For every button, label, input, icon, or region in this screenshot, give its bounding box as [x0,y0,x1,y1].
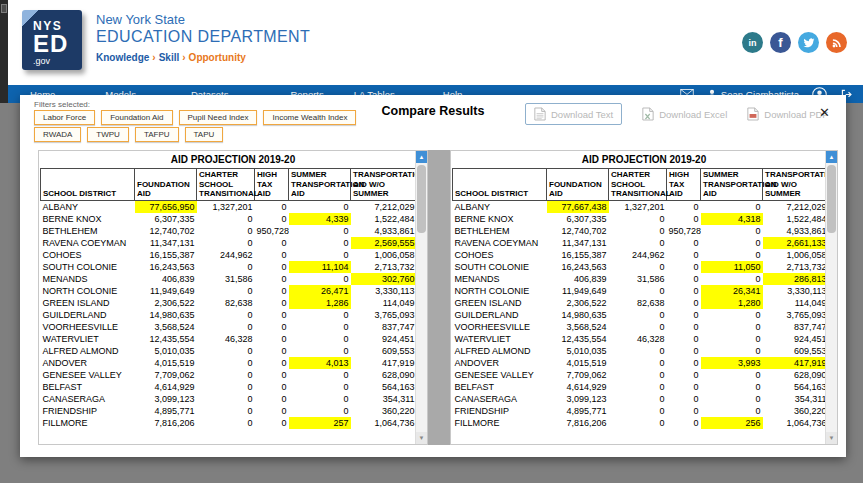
district-cell: BERNE KNOX [453,213,547,225]
value-cell: 354,311 [351,393,417,405]
column-header: CHARTERSCHOOLTRANSITIONAL [197,169,255,201]
district-cell: GUILDERLAND [41,309,135,321]
table-row: ALFRED ALMOND5,010,035000609,553 [453,345,829,357]
value-cell: 1,280 [701,297,763,309]
pdf-file-icon [747,107,759,121]
value-cell: 257 [289,417,351,429]
download-pdf-button[interactable]: Download PDF [747,107,828,121]
value-cell: 4,015,519 [547,357,609,369]
download-excel-button[interactable]: Download Excel [642,107,727,121]
scroll-down-icon[interactable]: ▼ [826,432,837,444]
rss-icon[interactable] [826,32,847,53]
scroll-up-icon[interactable]: ▲ [826,151,837,163]
column-header: CHARTERSCHOOLTRANSITIONAL [609,169,667,201]
value-cell: 0 [667,213,701,225]
value-cell: 0 [255,333,289,345]
close-icon[interactable]: ✕ [819,106,830,119]
value-cell: 360,220 [763,405,829,417]
table-row: FILLMORE7,816,206002571,064,736 [41,417,417,429]
value-cell: 2,306,522 [547,297,609,309]
linkedin-icon[interactable]: in [742,32,763,53]
scrollbar[interactable]: ▲ ▼ [825,151,837,444]
value-cell: 7,816,206 [547,417,609,429]
org-name-line1: New York State [96,12,310,27]
value-cell: 0 [667,357,701,369]
value-cell: 0 [289,405,351,417]
table-row: ALFRED ALMOND5,010,035000609,553 [41,345,417,357]
table-row: WATERVLIET12,435,55446,32800924,451 [41,333,417,345]
value-cell: 3,993 [701,357,763,369]
table-row: GENESEE VALLEY7,709,062000628,090 [453,369,829,381]
value-cell: 924,451 [763,333,829,345]
district-cell: BETHLEHEM [41,225,135,237]
value-cell: 0 [255,381,289,393]
column-header: FOUNDATIONAID [547,169,609,201]
table-divider [428,150,450,445]
district-cell: FRIENDSHIP [453,405,547,417]
value-cell: 0 [289,345,351,357]
value-cell: 26,341 [701,285,763,297]
value-cell: 0 [255,357,289,369]
value-cell: 0 [197,345,255,357]
district-cell: ANDOVER [41,357,135,369]
value-cell: 4,933,861 [351,225,417,237]
column-header: SUMMERTRANSPORTATIONAID [289,169,351,201]
table-row: VOORHEESVILLE3,568,524000837,747 [41,321,417,333]
value-cell: 0 [197,309,255,321]
scrollbar[interactable]: ▲ ▼ [415,151,427,444]
value-cell: 16,155,387 [547,249,609,261]
filter-chip-twpu[interactable]: TWPU [87,127,129,142]
nysed-logo[interactable]: NYS ED .gov [22,10,82,70]
facebook-letter: f [778,35,782,50]
value-cell: 0 [197,285,255,297]
filter-chip-rwada[interactable]: RWADA [34,127,81,142]
value-cell: 417,919 [763,357,829,369]
download-buttons: Download Text Download Excel Download PD… [525,103,828,125]
compare-results-dialog: Filters selected: Labor Force Foundation… [20,95,846,457]
value-cell: 0 [197,417,255,429]
district-cell: NORTH COLONIE [41,285,135,297]
table-row: ANDOVER4,015,519003,993417,919 [453,357,829,369]
linkedin-letters: in [749,38,757,48]
scrollbar-thumb[interactable] [827,165,836,233]
value-cell: 0 [667,321,701,333]
value-cell: 0 [609,357,667,369]
column-header: TRANSPORTATIONAID W/O SUMMER [351,169,417,201]
value-cell: 1,064,736 [763,417,829,429]
filter-chip-tafpu[interactable]: TAFPU [135,127,179,142]
value-cell: 0 [667,249,701,261]
download-text-button[interactable]: Download Text [525,103,622,125]
twitter-icon[interactable] [798,32,819,53]
value-cell: 46,328 [197,333,255,345]
scroll-down-icon[interactable]: ▼ [416,432,427,444]
value-cell: 564,163 [763,381,829,393]
value-cell: 0 [255,261,289,273]
value-cell: 0 [255,417,289,429]
header-row: SCHOOL DISTRICTFOUNDATIONAIDCHARTERSCHOO… [453,169,829,201]
value-cell: 26,471 [289,285,351,297]
value-cell: 14,980,635 [547,309,609,321]
value-cell: 0 [197,369,255,381]
table-row: COHOES16,155,387244,962001,006,058 [453,249,829,261]
value-cell: 4,614,929 [135,381,197,393]
value-cell: 0 [701,345,763,357]
value-cell: 0 [197,225,255,237]
filter-chip-tapu[interactable]: TAPU [185,127,224,142]
value-cell: 0 [197,405,255,417]
value-cell: 0 [609,261,667,273]
value-cell: 16,155,387 [135,249,197,261]
value-cell: 0 [609,393,667,405]
value-cell: 11,104 [289,261,351,273]
facebook-icon[interactable]: f [770,32,791,53]
value-cell: 114,049 [351,297,417,309]
filter-chip-row-2: RWADA TWPU TAFPU TAPU [34,127,223,142]
district-cell: CANASERAGA [41,393,135,405]
scroll-up-icon[interactable]: ▲ [416,151,427,163]
table-row: BETHLEHEM12,740,7020950,72804,933,861 [453,225,829,237]
value-cell: 0 [667,200,701,213]
scrollbar-thumb[interactable] [417,165,426,233]
district-cell: ANDOVER [453,357,547,369]
value-cell: 0 [667,309,701,321]
value-cell: 256 [701,417,763,429]
district-cell: GREEN ISLAND [41,297,135,309]
